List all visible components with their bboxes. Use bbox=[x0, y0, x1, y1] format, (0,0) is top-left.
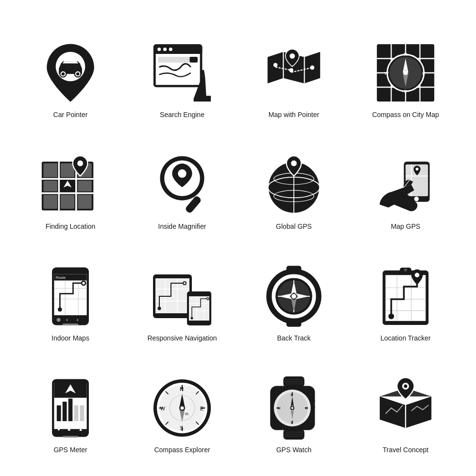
icon-cell-map-gps: Map GPS bbox=[352, 129, 459, 236]
indoor-maps-label: Indoor Maps bbox=[51, 334, 89, 342]
svg-rect-139 bbox=[63, 402, 67, 421]
map-gps-icon bbox=[374, 153, 437, 216]
svg-rect-49 bbox=[78, 195, 91, 208]
compass-explorer-label: Compass Explorer bbox=[154, 445, 210, 454]
icon-cell-global-gps: Global GPS bbox=[240, 129, 347, 236]
svg-text:E: E bbox=[422, 70, 425, 75]
gps-meter-icon: ● ■ ▲ bbox=[39, 376, 102, 440]
search-engine-icon bbox=[151, 41, 214, 104]
gps-watch-icon: N S E W bbox=[262, 376, 325, 440]
svg-point-3 bbox=[62, 72, 65, 75]
svg-text:▲: ▲ bbox=[78, 426, 83, 431]
svg-point-193 bbox=[291, 407, 293, 409]
travel-concept-label: Travel Concept bbox=[383, 445, 428, 454]
svg-rect-147 bbox=[63, 436, 79, 437]
svg-point-15 bbox=[273, 63, 278, 67]
svg-point-20 bbox=[289, 53, 295, 59]
icon-cell-compass-explorer: N S E W m Compass Explorer bbox=[129, 352, 236, 459]
svg-text:N: N bbox=[404, 51, 407, 56]
svg-point-129 bbox=[389, 313, 394, 319]
svg-text:N: N bbox=[180, 386, 184, 391]
icon-cell-location-tracker: Location Tracker bbox=[352, 240, 459, 347]
svg-point-69 bbox=[414, 197, 419, 201]
svg-rect-140 bbox=[68, 398, 73, 421]
svg-rect-48 bbox=[61, 195, 74, 208]
map-with-pointer-icon bbox=[262, 41, 325, 104]
global-gps-icon bbox=[262, 153, 325, 216]
svg-point-36 bbox=[403, 70, 408, 75]
gps-meter-label: GPS Meter bbox=[53, 445, 87, 454]
svg-text:N: N bbox=[291, 393, 293, 397]
svg-text:Route: Route bbox=[56, 275, 66, 280]
icon-cell-car-pointer: Car Pointer bbox=[17, 17, 124, 124]
svg-point-62 bbox=[291, 160, 297, 166]
svg-text:W: W bbox=[384, 70, 389, 75]
gps-watch-label: GPS Watch bbox=[276, 445, 312, 454]
svg-text:‹: ‹ bbox=[66, 317, 68, 323]
svg-point-68 bbox=[416, 168, 419, 170]
svg-point-93 bbox=[158, 306, 161, 310]
svg-point-79 bbox=[58, 307, 62, 312]
svg-rect-85 bbox=[63, 323, 79, 325]
svg-text:m: m bbox=[185, 412, 188, 416]
icon-cell-finding-location: Finding Location bbox=[17, 129, 124, 236]
inside-magnifier-label: Inside Magnifier bbox=[158, 222, 206, 231]
svg-point-4 bbox=[76, 72, 80, 75]
svg-text:S: S bbox=[404, 88, 407, 94]
svg-text:N: N bbox=[292, 274, 295, 279]
svg-text:W: W bbox=[160, 406, 165, 411]
svg-rect-12 bbox=[189, 57, 198, 63]
car-pointer-icon bbox=[39, 41, 102, 104]
search-engine-label: Search Engine bbox=[160, 110, 204, 119]
location-tracker-label: Location Tracker bbox=[380, 334, 431, 342]
compass-on-city-map-icon: N S E W bbox=[374, 41, 437, 104]
icon-cell-travel-concept: Travel Concept bbox=[352, 352, 459, 459]
svg-point-51 bbox=[77, 160, 83, 166]
svg-point-81 bbox=[82, 282, 85, 284]
svg-rect-46 bbox=[78, 181, 91, 191]
svg-text:E: E bbox=[306, 407, 308, 410]
svg-rect-47 bbox=[43, 195, 57, 208]
icon-cell-responsive-navigation: Responsive Navigation bbox=[129, 240, 236, 347]
svg-rect-11 bbox=[158, 57, 189, 63]
svg-point-197 bbox=[404, 384, 407, 388]
car-pointer-label: Car Pointer bbox=[53, 110, 88, 119]
svg-point-19 bbox=[310, 66, 315, 70]
svg-text:›: › bbox=[77, 317, 79, 323]
finding-location-icon bbox=[39, 153, 102, 216]
svg-rect-43 bbox=[61, 163, 74, 177]
travel-concept-icon bbox=[374, 376, 437, 440]
finding-location-label: Finding Location bbox=[46, 222, 96, 231]
icon-cell-map-with-pointer: Map with Pointer bbox=[240, 17, 347, 124]
responsive-navigation-icon bbox=[151, 265, 214, 328]
svg-rect-42 bbox=[43, 163, 57, 177]
svg-point-167 bbox=[180, 406, 184, 409]
svg-text:W: W bbox=[277, 407, 281, 410]
map-with-pointer-label: Map with Pointer bbox=[269, 110, 319, 119]
global-gps-label: Global GPS bbox=[276, 222, 312, 231]
icon-cell-compass-on-city-map: N S E W Compass on City Map bbox=[352, 17, 459, 124]
svg-text:■: ■ bbox=[68, 426, 71, 431]
svg-point-104 bbox=[207, 298, 209, 299]
compass-explorer-icon: N S E W m bbox=[151, 376, 214, 440]
svg-point-102 bbox=[191, 317, 193, 319]
svg-text:S: S bbox=[180, 425, 183, 431]
svg-text:E: E bbox=[200, 406, 204, 411]
back-track-label: Back Track bbox=[277, 334, 310, 342]
svg-point-117 bbox=[291, 294, 296, 298]
indoor-maps-icon: Route ⊗ ‹ › bbox=[39, 265, 102, 328]
svg-rect-142 bbox=[80, 405, 85, 421]
icon-cell-inside-magnifier: Inside Magnifier bbox=[129, 129, 236, 236]
svg-point-132 bbox=[404, 268, 407, 271]
compass-on-city-map-label: Compass on City Map bbox=[372, 110, 439, 119]
inside-magnifier-icon bbox=[151, 153, 214, 216]
svg-point-8 bbox=[163, 48, 167, 51]
responsive-navigation-label: Responsive Navigation bbox=[147, 334, 217, 342]
svg-rect-138 bbox=[57, 405, 61, 421]
svg-rect-141 bbox=[74, 405, 79, 421]
svg-text:S: S bbox=[291, 421, 293, 424]
svg-point-55 bbox=[178, 169, 186, 177]
svg-point-130 bbox=[415, 272, 419, 277]
icon-grid: Car Pointer bbox=[7, 7, 469, 469]
svg-point-9 bbox=[169, 48, 172, 51]
